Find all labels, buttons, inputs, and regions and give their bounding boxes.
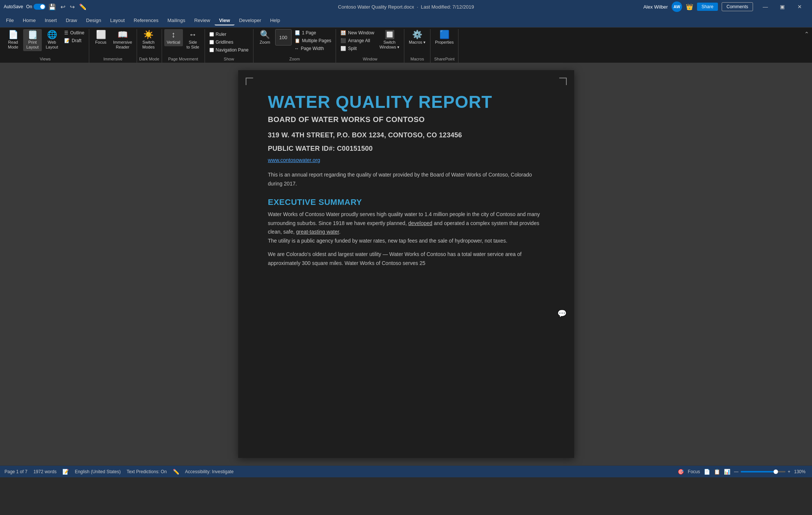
ruler-checkbox-row[interactable]: Ruler <box>207 31 251 38</box>
show-checkboxes: Ruler Gridlines Navigation Pane <box>207 29 251 55</box>
multi-page-button[interactable]: 📋 Multiple Pages <box>292 37 334 44</box>
menu-file[interactable]: File <box>1 15 18 25</box>
menu-draw[interactable]: Draw <box>61 15 81 25</box>
switch-windows-icon: 🔲 <box>385 31 395 39</box>
ribbon: 📄 ReadMode 🗒️ PrintLayout 🌐 WebLayout ☰ … <box>0 28 812 63</box>
zoom-slider-container[interactable]: — + <box>734 469 790 474</box>
user-avatar[interactable]: AW <box>672 1 682 12</box>
web-layout-button[interactable]: 🌐 WebLayout <box>43 29 61 51</box>
zoom-slider[interactable] <box>741 471 785 472</box>
restore-button[interactable]: ▣ <box>774 0 791 13</box>
print-layout-button[interactable]: 🗒️ PrintLayout <box>23 29 42 51</box>
document-page: WATER QUALITY REPORT BOARD OF WATER WORK… <box>238 70 574 458</box>
menu-mailings[interactable]: Mailings <box>163 15 190 25</box>
customize-icon[interactable]: ✏️ <box>79 3 87 10</box>
print-layout-icon: 🗒️ <box>28 31 38 39</box>
zoom-button[interactable]: 🔍 Zoom <box>256 29 274 46</box>
gridlines-label: Gridlines <box>216 40 233 45</box>
new-window-button[interactable]: 🪟 New Window <box>338 29 376 37</box>
share-button[interactable]: Share <box>697 3 718 11</box>
focus-icon: ⬜ <box>96 31 106 39</box>
word-count: 1972 words <box>33 469 56 474</box>
zoom-level[interactable]: 130% <box>794 469 808 474</box>
comment-icon[interactable]: 💬 <box>557 309 567 318</box>
redo-icon[interactable]: ↪ <box>70 3 75 10</box>
zoom-col: 📃 1 Page 📋 Multiple Pages ↔ Page Width <box>292 29 334 52</box>
ribbon-group-darkmode: ☀️ SwitchModes Dark Mode <box>137 29 162 63</box>
draft-button[interactable]: 📝 Draft <box>62 37 87 44</box>
document-subtitle: BOARD OF WATER WORKS OF CONTOSO <box>268 115 544 124</box>
macros-button[interactable]: ⚙️ Macros ▾ <box>407 29 428 46</box>
properties-button[interactable]: 🟦 Properties <box>433 29 456 46</box>
zoom-icon: 🔍 <box>260 31 270 39</box>
outline-button[interactable]: ☰ Outline <box>62 29 87 37</box>
focus-label[interactable]: Focus <box>688 469 700 474</box>
menu-review[interactable]: Review <box>190 15 215 25</box>
view-layout-icon[interactable]: 📄 <box>704 469 710 475</box>
document-address-line1: 319 W. 4TH STREET, P.O. BOX 1234, CONTOS… <box>268 130 544 141</box>
read-mode-button[interactable]: 📄 ReadMode <box>4 29 22 51</box>
window-small-btns: 🪟 New Window ⬛ Arrange All ⬜ Split <box>338 29 376 52</box>
exec-summary-p1: Water Works of Contoso Water proudly ser… <box>268 210 544 246</box>
document-title: WATER QUALITY REPORT <box>268 93 544 112</box>
immersive-reader-button[interactable]: 📖 ImmersiveReader <box>111 29 134 51</box>
page-width-button[interactable]: ↔ Page Width <box>292 45 334 52</box>
menu-insert[interactable]: Insert <box>40 15 62 25</box>
menu-references[interactable]: References <box>129 15 163 25</box>
gridlines-checkbox-row[interactable]: Gridlines <box>207 38 251 46</box>
gridlines-checkbox[interactable] <box>209 40 214 44</box>
crown-icon: 👑 <box>686 3 693 10</box>
ruler-checkbox[interactable] <box>209 32 214 37</box>
zoom-increase[interactable]: + <box>788 469 790 474</box>
menu-view[interactable]: View <box>215 15 234 25</box>
outline-draft-col: ☰ Outline 📝 Draft <box>62 29 87 44</box>
arrange-all-button[interactable]: ⬛ Arrange All <box>338 37 376 44</box>
ruler-label: Ruler <box>216 32 227 37</box>
document-address-line2: PUBLIC WATER ID#: C00151500 <box>268 143 544 154</box>
menu-help[interactable]: Help <box>265 15 284 25</box>
document-intro: This is an annual report regarding the q… <box>268 171 544 188</box>
save-icon[interactable]: 💾 <box>49 3 56 10</box>
focus-button[interactable]: ⬜ Focus <box>91 29 110 46</box>
zoom-slider-thumb[interactable] <box>774 469 778 474</box>
user-name: Alex Wilber <box>643 4 668 10</box>
zoom-100-button[interactable]: 100 <box>275 29 292 46</box>
split-icon: ⬜ <box>340 46 346 51</box>
focus-icon[interactable]: 🎯 <box>678 469 684 475</box>
vertical-button[interactable]: ↕ Vertical <box>164 29 183 46</box>
nav-pane-checkbox-row[interactable]: Navigation Pane <box>207 46 251 54</box>
one-page-button[interactable]: 📃 1 Page <box>292 29 334 37</box>
ribbon-collapse-btn[interactable]: ⌃ <box>803 29 811 63</box>
side-to-side-button[interactable]: ↔ Sideto Side <box>184 29 202 51</box>
comments-button[interactable]: Comments <box>722 2 753 11</box>
autosave-toggle[interactable]: On <box>26 4 46 10</box>
zoom-slider-fill <box>741 471 776 472</box>
web-layout-icon: 🌐 <box>47 31 57 39</box>
menu-developer[interactable]: Developer <box>234 15 265 25</box>
nav-pane-checkbox[interactable] <box>209 48 214 52</box>
collapse-icon[interactable]: ⌃ <box>804 31 809 38</box>
document-filename: Contoso Water Quality Report.docx <box>338 4 414 10</box>
switch-windows-button[interactable]: 🔲 SwitchWindows ▾ <box>377 29 402 51</box>
menu-layout[interactable]: Layout <box>106 15 129 25</box>
multi-page-icon: 📋 <box>295 38 300 43</box>
editor-icon: ✏️ <box>173 469 179 475</box>
undo-icon[interactable]: ↩ <box>60 3 65 10</box>
zoom-decrease[interactable]: — <box>734 469 738 474</box>
title-bar-center: Contoso Water Quality Report.docx · Last… <box>272 4 540 10</box>
view-grid-icon[interactable]: 📊 <box>724 469 730 475</box>
ribbon-group-sharepoint: 🟦 Properties SharePoint <box>430 29 458 63</box>
split-button[interactable]: ⬜ Split <box>338 45 376 52</box>
last-modified: Last Modified: 7/12/2019 <box>421 4 474 10</box>
immersive-reader-icon: 📖 <box>118 31 128 39</box>
switch-modes-button[interactable]: ☀️ SwitchModes <box>139 29 158 51</box>
menu-home[interactable]: Home <box>18 15 40 25</box>
close-button[interactable]: ✕ <box>791 0 808 13</box>
view-toggle-icon[interactable]: 📋 <box>714 469 720 475</box>
macros-icon: ⚙️ <box>412 31 422 39</box>
menu-design[interactable]: Design <box>82 15 106 25</box>
immersive-group-label: Immersive <box>91 56 134 62</box>
minimize-button[interactable]: — <box>757 0 774 13</box>
document-website-link[interactable]: www.contosowater.org <box>268 157 544 163</box>
autosave-switch[interactable] <box>34 4 46 10</box>
